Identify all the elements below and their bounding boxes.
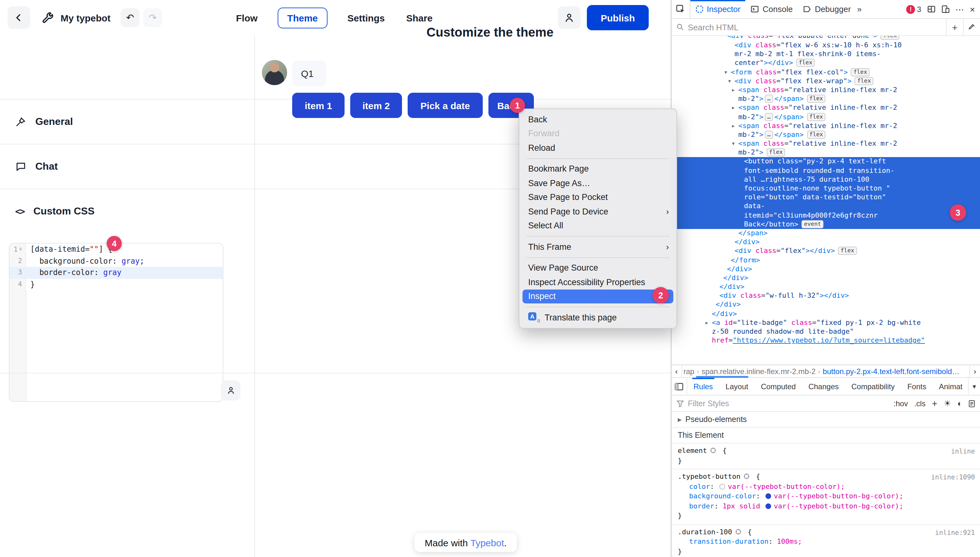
rule-selector-line[interactable]: .typebot-button {inline:1090 xyxy=(672,472,980,482)
devtools-tree-row[interactable]: ▼<form class="flex flex-col">flex xyxy=(672,68,980,77)
devtools-tree-row[interactable]: mb-2">flex xyxy=(672,148,980,157)
preview-avatar-toggle-button[interactable] xyxy=(221,380,240,401)
twisty-closed-icon[interactable]: ▶ xyxy=(732,104,738,112)
color-scheme-icon[interactable]: ◐ xyxy=(957,399,962,407)
devtools-tree-row[interactable]: z-50 rounded shadow-md lite-badge" xyxy=(672,327,980,336)
light-theme-icon[interactable]: ☀ xyxy=(944,399,951,407)
menu-item-inspect-accessibility-properties[interactable]: Inspect Accessibility Properties xyxy=(519,275,677,289)
panel-tab-animat[interactable]: Animat xyxy=(938,378,964,395)
panel-tab-compatibility[interactable]: Compatibility xyxy=(850,378,896,395)
pseudo-elements-toggle[interactable]: ▶ Pseudo-elements xyxy=(672,412,980,428)
breadcrumb-scroll-left[interactable]: ‹ xyxy=(672,365,682,377)
devtools-selected-node[interactable]: font-semibold rounded-md transition- xyxy=(672,166,980,175)
color-swatch[interactable] xyxy=(720,484,726,489)
html-search-bar[interactable]: Search HTML + xyxy=(672,19,980,36)
rule-selector-line[interactable]: .duration-100 {inline:921 xyxy=(672,527,980,537)
flex-badge[interactable]: flex xyxy=(855,77,873,85)
devtools-tree-row[interactable]: <div class="w-full h-32"></div> xyxy=(672,292,980,301)
devtools-tree-row[interactable]: mb-2">…</span>flex xyxy=(672,112,980,121)
twisty-open-icon[interactable]: ▼ xyxy=(732,139,738,148)
devtools-selected-node[interactable]: data- xyxy=(672,202,980,211)
undo-button[interactable]: ↶ xyxy=(121,8,139,27)
panel-tab-rules[interactable]: Rules xyxy=(692,378,714,395)
selector-target-icon[interactable] xyxy=(735,528,742,534)
fold-arrow-icon[interactable]: ∨ xyxy=(19,246,22,252)
twisty-closed-icon[interactable]: ▶ xyxy=(732,86,738,94)
panel-tab-fonts[interactable]: Fonts xyxy=(906,378,928,395)
add-rule-button[interactable]: + xyxy=(932,399,938,408)
flex-badge[interactable]: flex xyxy=(807,112,825,121)
collapsed-children-pill[interactable]: … xyxy=(765,112,773,121)
flex-badge[interactable]: flex xyxy=(807,94,825,103)
menu-item-save-page-to-pocket[interactable]: Save Page to Pocket xyxy=(519,190,677,204)
devtools-selected-node[interactable]: focus:outline-none typebot-button " xyxy=(672,184,980,193)
rule-source-link[interactable]: inline xyxy=(951,446,975,456)
devtools-selected-node[interactable]: <button class="py-2 px-4 text-left xyxy=(672,157,980,166)
toggle-classes[interactable]: .cls xyxy=(914,399,925,408)
collapse-panel-button[interactable] xyxy=(672,378,687,395)
devtools-tree-row[interactable]: <div class="flex bubble enter done">flex xyxy=(672,36,980,41)
css-declaration[interactable]: background-color: var(--typebot-button-b… xyxy=(672,492,980,501)
wrench-icon[interactable] xyxy=(42,11,54,24)
panel-tabs-dropdown-icon[interactable]: ▼ xyxy=(968,378,980,395)
typebot-name[interactable]: My typebot xyxy=(60,12,111,23)
selector-target-icon[interactable] xyxy=(710,447,717,454)
tab-flow[interactable]: Flow xyxy=(235,8,259,28)
toggle-hover-pseudo[interactable]: :hov xyxy=(894,399,908,408)
made-with-badge[interactable]: Made with Typebot . xyxy=(414,533,517,552)
devtools-tree-row[interactable]: </div> xyxy=(672,309,980,318)
devtools-tree-row[interactable]: ▶<span class="relative inline-flex mr-2 xyxy=(672,86,980,94)
rule-source-link[interactable]: inline:1090 xyxy=(931,472,975,482)
tab-settings[interactable]: Settings xyxy=(346,8,386,28)
flex-badge[interactable]: flex xyxy=(796,59,815,67)
devtools-tree-row[interactable]: mb-2">…</span>flex xyxy=(672,130,980,139)
menu-item-back[interactable]: Back xyxy=(519,112,677,127)
panel-tab-layout[interactable]: Layout xyxy=(724,378,749,395)
devtools-tree-row[interactable]: </span> xyxy=(672,229,980,238)
editor-code[interactable]: } xyxy=(26,278,35,290)
devtools-tree-row[interactable]: ▶<span class="relative inline-flex mr-2 xyxy=(672,121,980,130)
devtools-tree-row[interactable]: ▼<span class="relative inline-flex mr-2 xyxy=(672,139,980,148)
twisty-open-icon[interactable]: ▼ xyxy=(724,68,731,77)
choice-button-item2[interactable]: item 2 xyxy=(350,93,402,118)
breadcrumb-item[interactable]: span.relative.inline-flex.mr-2.mb-2 xyxy=(701,367,815,376)
tab-share[interactable]: Share xyxy=(405,8,434,28)
color-swatch[interactable] xyxy=(765,503,771,509)
panel-tab-changes[interactable]: Changes xyxy=(807,378,840,395)
close-devtools-icon[interactable]: × xyxy=(970,4,975,14)
twisty-closed-icon[interactable]: ▶ xyxy=(732,121,738,130)
menu-item-translate-this-page[interactable]: AaTranslate this page xyxy=(519,310,677,324)
devtools-tab-debugger[interactable]: Debugger xyxy=(797,0,856,18)
devtools-tree-row[interactable]: ▶<span class="relative inline-flex mr-2 xyxy=(672,104,980,112)
custom-css-editor[interactable]: 1∨[data-itemid=""] {2 background-color: … xyxy=(9,243,223,402)
redo-button[interactable]: ↷ xyxy=(143,8,162,27)
devtools-tree-row[interactable]: </div> xyxy=(672,301,980,309)
devtools-tab-console[interactable]: Console xyxy=(745,0,797,18)
editor-line[interactable]: 4} xyxy=(10,278,223,290)
rule-source-link[interactable]: inline:921 xyxy=(935,528,975,537)
menu-item-select-all[interactable]: Select All xyxy=(519,218,677,233)
menu-item-reload[interactable]: Reload xyxy=(519,141,677,155)
rule-selector-line[interactable]: element { inline xyxy=(672,446,980,456)
menu-item-inspect[interactable]: Inspect xyxy=(522,289,673,303)
breadcrumb-item[interactable]: button.py-2.px-4.text-left.font-semibold… xyxy=(823,367,960,376)
devtools-tree-row[interactable]: href="https://www.typebot.io/?utm_source… xyxy=(672,336,980,345)
devtools-selected-node[interactable]: itemid="cl3iunm4p000f2e6gfr8cznr xyxy=(672,211,980,220)
flex-badge[interactable]: flex xyxy=(851,68,869,76)
flex-badge[interactable]: flex xyxy=(767,148,785,157)
node-picker-button[interactable] xyxy=(672,0,690,18)
editor-code[interactable]: [data-itemid=""] { xyxy=(26,243,113,255)
menu-item-this-frame[interactable]: This Frame› xyxy=(519,240,677,254)
selector-target-icon[interactable] xyxy=(744,473,750,479)
collapsed-children-pill[interactable]: … xyxy=(765,94,773,103)
editor-line[interactable]: 2 background-color: gray; xyxy=(10,255,223,267)
twisty-open-icon[interactable]: ▼ xyxy=(728,77,735,86)
css-declaration[interactable]: border: 1px solid var(--typebot-button-b… xyxy=(672,501,980,511)
print-styles-icon[interactable] xyxy=(969,400,975,407)
devtools-tree-row[interactable]: mr-2 mb-2 mt-1 flex-shrink-0 items- xyxy=(672,50,980,59)
devtools-tree-row[interactable]: </div> xyxy=(672,238,980,247)
flex-badge[interactable]: flex xyxy=(881,36,899,40)
devtools-selected-node[interactable]: Back</button>event xyxy=(672,220,980,229)
menu-item-bookmark-page[interactable]: Bookmark Page xyxy=(519,162,677,176)
menu-item-save-page-as[interactable]: Save Page As… xyxy=(519,176,677,190)
